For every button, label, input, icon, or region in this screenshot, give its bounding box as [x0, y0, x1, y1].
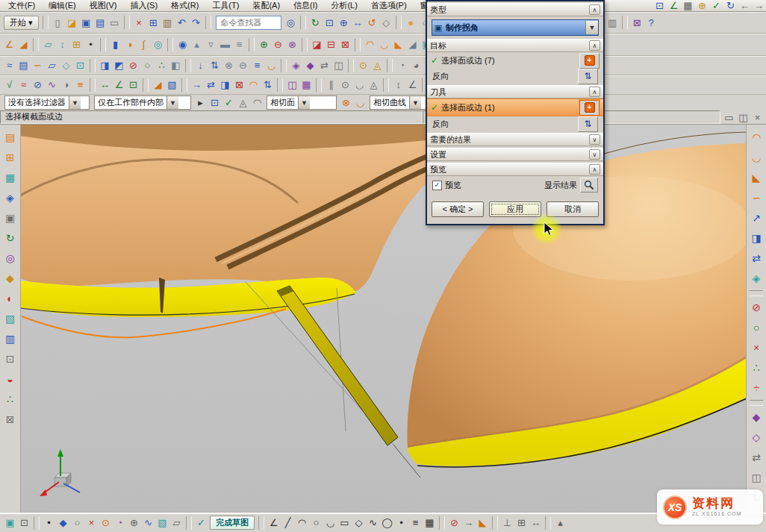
line-tool-icon[interactable]: ╱	[281, 516, 295, 530]
dimension-tool-icon[interactable]: ↔	[529, 516, 543, 530]
expand-settings-icon[interactable]: ∨	[589, 149, 600, 160]
finish-sketch-icon[interactable]: ✓	[194, 516, 208, 530]
extension-surface-icon[interactable]: ◨	[749, 231, 765, 246]
relations-browser-icon[interactable]: ∴	[2, 392, 18, 407]
revolve-icon[interactable]: ◑	[122, 37, 137, 51]
next-view-icon[interactable]: →	[752, 0, 766, 13]
delete-body-icon[interactable]: ⊠	[338, 37, 352, 51]
history-palette-icon[interactable]: ↻	[2, 231, 18, 246]
point-icon[interactable]: •	[84, 37, 98, 51]
rectangle-tool-icon[interactable]: ▭	[337, 516, 352, 530]
variable-offset-icon[interactable]: ◩	[112, 58, 126, 72]
swept-icon[interactable]: ∽	[31, 58, 45, 72]
through-curves-icon[interactable]: ≈	[2, 58, 16, 72]
resize-blend-icon[interactable]: ◠	[246, 78, 261, 92]
roles-palette-icon[interactable]: ◐	[2, 291, 18, 307]
stop-at-intersection-icon[interactable]: ⊗	[339, 96, 353, 110]
show-result-button[interactable]	[580, 178, 598, 193]
existing-point-snap-icon[interactable]: ⊕	[127, 516, 141, 530]
refresh-view-icon[interactable]: ↻	[308, 16, 323, 30]
chevron-down-icon[interactable]: ▼	[409, 96, 421, 109]
intersect-icon[interactable]: ⊗	[285, 37, 299, 51]
touch-panel-icon[interactable]: ⊠	[2, 412, 18, 428]
touch-mode-icon[interactable]: ⊠	[630, 16, 644, 30]
menu-file[interactable]: 文件(F)	[3, 0, 40, 11]
start-button[interactable]: 开始 ▾	[4, 16, 39, 30]
i-form-tool-icon[interactable]: ◇	[749, 430, 765, 445]
sketch-in-task-icon[interactable]: ◢	[16, 37, 31, 51]
tube-icon[interactable]: ◎	[151, 37, 165, 51]
datum-axis-icon[interactable]: ↕	[55, 37, 69, 51]
chevron-down-icon[interactable]: ▼	[585, 21, 598, 34]
point-tool-icon[interactable]: •	[394, 516, 408, 530]
polygon-tool-icon[interactable]: ◇	[352, 516, 366, 530]
tool-face-select-button[interactable]: +	[579, 100, 600, 116]
face-curvature-icon[interactable]: ▧	[165, 78, 179, 92]
menu-analysis[interactable]: 分析(L)	[326, 0, 362, 11]
face-blend-icon[interactable]: ◡	[377, 37, 391, 51]
select-scope-icon[interactable]: ▸	[193, 96, 208, 110]
replace-face-icon[interactable]: ◨	[218, 78, 232, 92]
profile-tool-icon[interactable]: ∠	[267, 516, 281, 530]
assembly-navigator-icon[interactable]: ▤	[2, 130, 18, 145]
direct-sketch-icon[interactable]: ∠	[2, 37, 16, 51]
untrim-tool-icon[interactable]: ○	[749, 320, 765, 336]
new-file-icon[interactable]: ▯	[51, 16, 65, 30]
snap-point-toggle-icon[interactable]: ⊡	[17, 516, 31, 530]
x-form-tool-icon[interactable]: ◆	[749, 410, 765, 425]
target-face-select-button[interactable]: +	[579, 53, 600, 69]
circle-tool-icon[interactable]: ○	[309, 516, 323, 530]
wcs-orient-icon[interactable]: ◬	[370, 58, 384, 72]
constraint-navigator-icon[interactable]: ⊞	[2, 150, 18, 166]
offset-region-icon[interactable]: ⇄	[204, 78, 218, 92]
geometric-constraints-icon[interactable]: ⊥	[500, 516, 514, 530]
tangent-face-dropdown[interactable]: 相切面 ▼	[267, 96, 337, 110]
edge-blend-tool-icon[interactable]: ◠	[749, 130, 765, 145]
grid-toggle-icon[interactable]: ▦	[681, 0, 695, 13]
measure-angle-icon[interactable]: ∠	[112, 78, 126, 92]
type-dropdown[interactable]: ▣ 制作拐角 ▼	[432, 19, 599, 36]
chevron-down-icon[interactable]: ▼	[298, 96, 310, 109]
quick-trim-icon[interactable]: ⊘	[447, 516, 461, 530]
fillet-tool-icon[interactable]: ◡	[323, 516, 337, 530]
move-face-icon[interactable]: →	[190, 78, 204, 92]
layer-settings-icon[interactable]: ▥	[605, 16, 620, 30]
rib-icon[interactable]: ≡	[232, 37, 246, 51]
chamfer-icon[interactable]: ◣	[391, 37, 405, 51]
section-curve-icon[interactable]: ⊖	[236, 58, 250, 72]
n-sided-surface-icon[interactable]: ◇	[59, 58, 73, 72]
ok-button[interactable]: < 确定 >	[432, 201, 484, 217]
project-curve-icon[interactable]: ↓	[193, 58, 208, 72]
cut-icon[interactable]: ×	[132, 16, 146, 30]
reuse-library-icon[interactable]: ◈	[2, 190, 18, 206]
measure-distance-icon[interactable]: ↔	[98, 78, 112, 92]
apply-button[interactable]: 应用	[489, 201, 541, 217]
offset-curve-tool-icon[interactable]: ≡	[408, 516, 423, 530]
untrim-icon[interactable]: ○	[140, 58, 155, 72]
sketch-origin-icon[interactable]: ▣	[3, 516, 17, 530]
match-edge-tool-icon[interactable]: ⇄	[749, 450, 765, 466]
point-on-face-snap-icon[interactable]: ▧	[155, 516, 169, 530]
extrude-icon[interactable]: ▮	[108, 37, 122, 51]
materials-icon[interactable]: ◒	[2, 372, 18, 387]
general-selection-icon[interactable]: ⊡	[208, 96, 222, 110]
part-family-icon[interactable]: ⊡	[2, 351, 18, 367]
quick-extend-icon[interactable]: →	[461, 516, 476, 530]
reflection-analysis-icon[interactable]: ◑	[59, 78, 73, 92]
offset-curve-3d-icon[interactable]: ≡	[250, 58, 264, 72]
wcs-dynamics-icon[interactable]: ⊙	[356, 58, 370, 72]
selection-filter-dropdown[interactable]: 没有选择过滤器 ▼	[4, 96, 90, 110]
intersection-snap-icon[interactable]: ×	[84, 516, 99, 530]
collapse-target-icon[interactable]: ∧	[589, 40, 600, 51]
undo-icon[interactable]: ↶	[175, 16, 189, 30]
snap-toggle-icon[interactable]: ⊡	[653, 0, 667, 13]
view-refresh-icon[interactable]: ↻	[723, 0, 738, 13]
fit-view-icon[interactable]: ⊡	[323, 16, 337, 30]
datum-plane-icon[interactable]: ▱	[41, 37, 55, 51]
subtract-icon[interactable]: ⊖	[271, 37, 285, 51]
pocket-icon[interactable]: ▿	[204, 37, 218, 51]
prev-view-icon[interactable]: ←	[738, 0, 752, 13]
print-icon[interactable]: ▭	[108, 16, 122, 30]
system-scenes-icon[interactable]: ▧	[2, 311, 18, 327]
trim-sheet-tool-icon[interactable]: ⊘	[749, 300, 765, 316]
